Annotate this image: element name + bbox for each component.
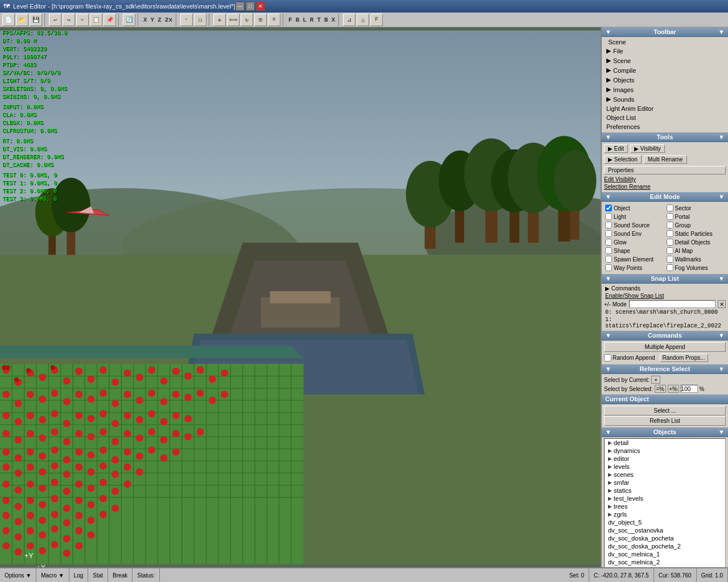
mode-input[interactable] <box>629 300 715 308</box>
maximize-button[interactable]: □ <box>246 2 255 11</box>
objects-item[interactable]: ▶ Objects <box>602 75 728 85</box>
rotate-btn[interactable]: 🔄 <box>123 14 135 26</box>
log-btn[interactable]: Log <box>69 568 89 582</box>
snap-list-header[interactable]: ▼ Snap List ▼ <box>602 274 728 284</box>
options-dropdown[interactable]: Options ▼ <box>0 568 36 582</box>
edit-visibility-link[interactable]: Edit Visibility <box>604 176 636 182</box>
cb-shape-input[interactable] <box>605 247 612 254</box>
multiple-append-btn[interactable]: Multiple Append <box>604 342 726 352</box>
cb-spawn-element-input[interactable] <box>605 256 612 263</box>
options-label[interactable]: Options ▼ <box>5 572 31 579</box>
tree-dv-mel1[interactable]: dv_soc_melnica_1 <box>605 550 725 558</box>
scene-item[interactable]: ▶ Scene <box>602 56 728 65</box>
tree-detail[interactable]: ▶ detail <box>605 439 725 447</box>
tools-section-header[interactable]: ▼ Tools ▼ <box>602 132 728 142</box>
tree-zgrls[interactable]: ▶ zgrls <box>605 510 725 518</box>
tree-dynamics[interactable]: ▶ dynamics <box>605 447 725 455</box>
toolbar-section-header[interactable]: ▼ Toolbar ▼ <box>602 27 728 37</box>
cb-sound-source-input[interactable] <box>605 222 612 228</box>
rot-btn[interactable]: ↻ <box>241 14 253 26</box>
macro-dropdown[interactable]: Macro ▼ <box>36 568 69 582</box>
light-anim-item[interactable]: Light Anim Editor <box>602 104 728 113</box>
tree-dv-ost[interactable]: dv_soc__ostanovka <box>605 526 725 534</box>
random-props-btn[interactable]: Random Props... <box>660 354 708 362</box>
properties-btn[interactable]: Properties <box>604 166 726 174</box>
tree-statics[interactable]: ▶ statics <box>605 487 725 494</box>
viewport[interactable]: +Y +X FPS/AFPS: 62.5/30.0 DT: 0.00 M VER… <box>0 27 601 567</box>
select-btn[interactable]: Select ... <box>604 406 726 415</box>
sounds-item[interactable]: ▶ Sounds <box>602 94 728 104</box>
objects-section-header[interactable]: ▼ Objects ▼ <box>602 427 728 437</box>
macro-label[interactable]: Macro ▼ <box>41 572 64 579</box>
cb-sound-env-input[interactable] <box>605 230 612 237</box>
percent-input[interactable] <box>681 385 698 393</box>
cb-way-points-input[interactable] <box>605 264 612 271</box>
cb-object-input[interactable] <box>605 205 612 211</box>
cb-wallmarks-input[interactable] <box>667 256 673 263</box>
visibility-btn[interactable]: ▶ Visibility <box>630 144 665 153</box>
snap-btn[interactable]: ⊞ <box>254 14 267 26</box>
select-current-btn[interactable]: + <box>651 376 660 384</box>
new-btn[interactable]: 📄 <box>2 14 15 26</box>
random-append-checkbox[interactable] <box>604 354 611 361</box>
edit-mode-header[interactable]: ▼ Edit Mode ▼ <box>602 192 728 202</box>
cb-ai-map-input[interactable] <box>667 247 673 254</box>
cb-detail-objects-input[interactable] <box>667 239 673 246</box>
tree-editor[interactable]: ▶ editor <box>605 455 725 463</box>
object-list-item[interactable]: Object List <box>602 113 728 122</box>
align-btn[interactable]: ≡ <box>268 14 280 26</box>
commands-section-header[interactable]: ▼ Commands ▼ <box>602 331 728 340</box>
cb-glow-input[interactable] <box>605 239 612 246</box>
tree-dv-obj5[interactable]: dv_object_5 <box>605 518 725 526</box>
minimize-button[interactable]: — <box>235 2 245 11</box>
close-button[interactable]: ✕ <box>256 2 265 11</box>
multi-rename-btn[interactable]: Multi Rename <box>644 155 687 164</box>
tree-smfar[interactable]: ▶ smfar <box>605 479 725 487</box>
cb-portal-input[interactable] <box>667 213 673 220</box>
box-btn[interactable]: ▫ <box>180 14 193 26</box>
refresh-btn[interactable]: Refresh List <box>604 416 726 426</box>
tree-dv-doska[interactable]: dv_soc_doska_pocheta <box>605 534 725 542</box>
images-item[interactable]: ▶ Images <box>602 85 728 94</box>
compile-item[interactable]: ▶ Compile <box>602 65 728 75</box>
cb-light-input[interactable] <box>605 213 612 220</box>
paste-btn[interactable]: 📌 <box>104 14 116 26</box>
tree-test-levels[interactable]: ▶ test_levels <box>605 494 725 502</box>
open-btn[interactable]: 📂 <box>16 14 28 26</box>
selection-rename-link[interactable]: Selection Rename <box>604 184 651 190</box>
save-btn[interactable]: 💾 <box>30 14 42 26</box>
tree-levels[interactable]: ▶ levels <box>605 463 725 471</box>
enable-snap-label[interactable]: Enable/Show Snap List <box>605 293 664 299</box>
objects-list[interactable]: ▶ detail ▶ dynamics ▶ editor ▶ levels ▶ … <box>604 438 726 567</box>
tree-dv-mel2[interactable]: dv_soc_melnica_2 <box>605 558 725 566</box>
cb-static-particles-input[interactable] <box>667 230 673 237</box>
extra2-btn[interactable]: △ <box>357 14 369 26</box>
cut-btn[interactable]: ✂ <box>76 14 89 26</box>
redo-btn[interactable]: ↪ <box>63 14 75 26</box>
select-add-pct-btn[interactable]: +% <box>668 385 679 393</box>
stat-btn[interactable]: Stat <box>88 568 108 582</box>
ref-select-header[interactable]: ▼ Reference Select ▼ <box>602 364 728 374</box>
selection-btn[interactable]: ▶ Selection <box>604 155 642 164</box>
scene-dropdown-label[interactable]: Scene <box>608 39 626 45</box>
undo-btn[interactable]: ↩ <box>49 14 61 26</box>
select-pct-btn[interactable]: =% <box>655 385 666 393</box>
cb-group-input[interactable] <box>667 222 673 228</box>
commands-label[interactable]: ▶ Commands <box>605 285 640 292</box>
tree-dv-doska2[interactable]: dv_soc_doska_pocheta_2 <box>605 542 725 550</box>
select-btn[interactable]: ◻ <box>194 14 206 26</box>
cb-sector-input[interactable] <box>667 205 673 211</box>
extra3-btn[interactable]: F <box>370 14 383 26</box>
edit-btn[interactable]: ▶ Edit <box>604 144 628 153</box>
tree-scenes[interactable]: ▶ scenes <box>605 471 725 479</box>
cb-fog-volumes-input[interactable] <box>667 264 673 271</box>
tree-trees[interactable]: ▶ trees <box>605 502 725 510</box>
copy-btn[interactable]: 📋 <box>90 14 102 26</box>
mode-x-btn[interactable]: ✕ <box>718 300 726 308</box>
extra1-btn[interactable]: ⊿ <box>343 14 355 26</box>
preferences-item[interactable]: Preferences <box>602 122 728 131</box>
break-btn[interactable]: Break <box>108 568 133 582</box>
file-item[interactable]: ▶ File <box>602 46 728 56</box>
scale-btn[interactable]: ⟺ <box>227 14 239 26</box>
move-btn[interactable]: ✙ <box>213 14 226 26</box>
